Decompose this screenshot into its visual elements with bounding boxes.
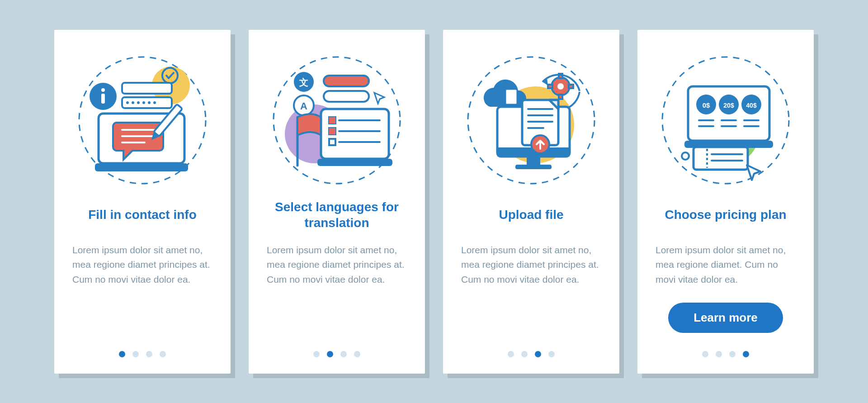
svg-point-9: [132, 101, 134, 104]
svg-rect-36: [329, 139, 335, 145]
card-title: Select languages for translation: [267, 199, 407, 231]
svg-rect-39: [329, 128, 335, 134]
price-badge-2: 40$: [746, 102, 757, 109]
svg-rect-46: [559, 95, 562, 99]
pager-dot-2[interactable]: [327, 351, 333, 357]
pager-dots: [508, 351, 555, 357]
card-title: Choose pricing plan: [665, 199, 786, 231]
card-title: Fill in contact info: [88, 199, 197, 231]
card-description: Lorem ipsum dolor sit amet no, mea regio…: [461, 243, 601, 287]
pager-dot-4[interactable]: [548, 351, 555, 357]
pager-dot-4[interactable]: [743, 351, 749, 357]
svg-rect-42: [505, 89, 517, 104]
pager-dot-3[interactable]: [340, 351, 347, 357]
pager-dot-1[interactable]: [313, 351, 320, 357]
pager-dot-1[interactable]: [508, 351, 514, 357]
svg-rect-48: [569, 85, 573, 88]
svg-point-13: [153, 101, 156, 104]
pricing-plan-illustration-icon: 0$ 20$ 40$: [660, 55, 791, 186]
svg-rect-31: [317, 159, 392, 166]
onboarding-card-3: Upload file Lorem ipsum dolor sit amet n…: [443, 30, 619, 374]
svg-point-3: [101, 88, 105, 92]
pager-dot-3[interactable]: [535, 351, 541, 357]
pager-dot-3[interactable]: [146, 351, 152, 357]
svg-point-44: [557, 83, 564, 90]
svg-point-10: [137, 101, 140, 104]
svg-text:文: 文: [299, 77, 308, 87]
pager-dot-3[interactable]: [729, 351, 736, 357]
svg-rect-27: [324, 76, 369, 86]
pager-dot-4[interactable]: [160, 351, 166, 357]
svg-rect-47: [548, 85, 552, 88]
onboarding-card-1: Fill in contact info Lorem ipsum dolor s…: [54, 30, 231, 374]
card-description: Lorem ipsum dolor sit amet no, mea regio…: [267, 243, 407, 287]
svg-point-11: [142, 101, 145, 104]
svg-rect-38: [329, 117, 335, 123]
pager-dot-2[interactable]: [521, 351, 528, 357]
select-languages-illustration-icon: 文 A: [271, 55, 402, 186]
upload-file-illustration-icon: [466, 55, 597, 186]
contact-info-illustration-icon: [77, 55, 208, 186]
learn-more-button[interactable]: Learn more: [668, 303, 783, 333]
price-badge-0: 0$: [703, 101, 710, 109]
pager-dots: [119, 351, 166, 357]
svg-rect-4: [101, 94, 105, 104]
svg-point-75: [682, 152, 689, 160]
onboarding-card-4: 0$ 20$ 40$ Choose pricing plan Lorem ips…: [637, 30, 814, 374]
svg-point-12: [148, 101, 151, 104]
svg-rect-28: [324, 91, 369, 102]
svg-rect-15: [95, 163, 188, 171]
svg-rect-7: [122, 97, 172, 108]
svg-rect-6: [122, 83, 172, 94]
price-badge-1: 20$: [723, 102, 734, 109]
svg-rect-76: [693, 147, 748, 170]
pager-dot-1[interactable]: [119, 351, 125, 357]
pager-dots: [702, 351, 749, 357]
svg-text:A: A: [300, 100, 307, 112]
card-description: Lorem ipsum dolor sit amet no, mea regio…: [72, 243, 212, 287]
onboarding-card-2: 文 A Select languages for translation: [249, 30, 425, 374]
card-title: Upload file: [499, 199, 563, 231]
pager-dot-4[interactable]: [354, 351, 360, 357]
pager-dot-2[interactable]: [132, 351, 139, 357]
pager-dots: [313, 351, 360, 357]
svg-point-8: [126, 101, 129, 104]
svg-rect-54: [515, 165, 552, 169]
pager-dot-2[interactable]: [716, 351, 722, 357]
card-description: Lorem ipsum dolor sit amet no, mea regio…: [656, 243, 796, 287]
svg-rect-53: [527, 156, 540, 165]
pager-dot-1[interactable]: [702, 351, 708, 357]
